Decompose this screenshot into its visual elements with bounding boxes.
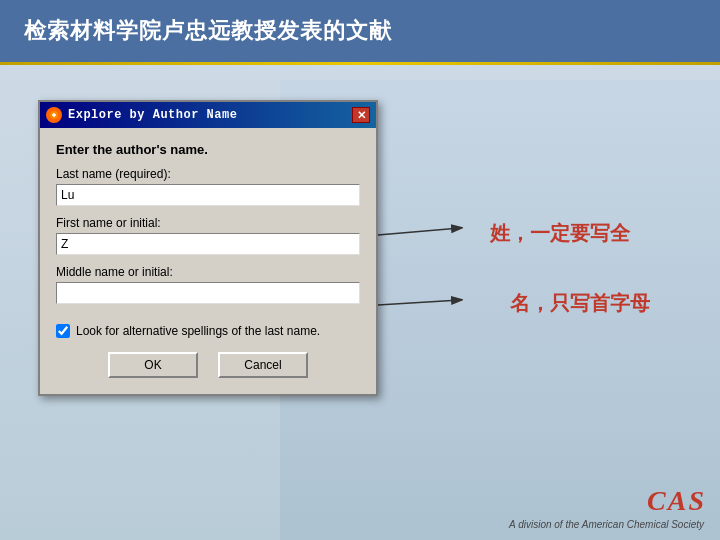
firstname-label: First name or initial: [56,216,360,230]
explore-author-dialog: Explore by Author Name ✕ Enter the autho… [38,100,378,396]
middlename-label: Middle name or initial: [56,265,360,279]
logo-a-letter: A [668,485,687,517]
header: 检索材料学院卢忠远教授发表的文献 [0,0,720,62]
alternative-spellings-row: Look for alternative spellings of the la… [56,324,360,338]
dialog-icon [46,107,62,123]
lastname-label: Last name (required): [56,167,360,181]
middlename-input[interactable] [56,282,360,304]
footer-tagline: A division of the American Chemical Soci… [509,519,704,530]
button-row: OK Cancel [56,352,360,378]
footer: C A S A division of the American Chemica… [509,485,704,530]
firstname-annotation: 名，只写首字母 [510,290,650,317]
dialog-body: Enter the author's name. Last name (requ… [40,128,376,394]
dialog-titlebar: Explore by Author Name ✕ [40,102,376,128]
dialog-title-left: Explore by Author Name [46,107,237,123]
lastname-annotation: 姓，一定要写全 [490,220,630,247]
logo-c-letter: C [647,485,666,517]
alternative-spellings-label: Look for alternative spellings of the la… [76,324,320,338]
alternative-spellings-checkbox[interactable] [56,324,70,338]
dialog-title: Explore by Author Name [68,108,237,122]
cas-logo: C A S [647,485,704,517]
dialog-close-button[interactable]: ✕ [352,107,370,123]
cancel-button[interactable]: Cancel [218,352,308,378]
lastname-input[interactable] [56,184,360,206]
page-title: 检索材料学院卢忠远教授发表的文献 [24,16,392,46]
header-divider [0,62,720,65]
logo-s-letter: S [688,485,704,517]
dialog-instruction: Enter the author's name. [56,142,360,157]
firstname-input[interactable] [56,233,360,255]
ok-button[interactable]: OK [108,352,198,378]
